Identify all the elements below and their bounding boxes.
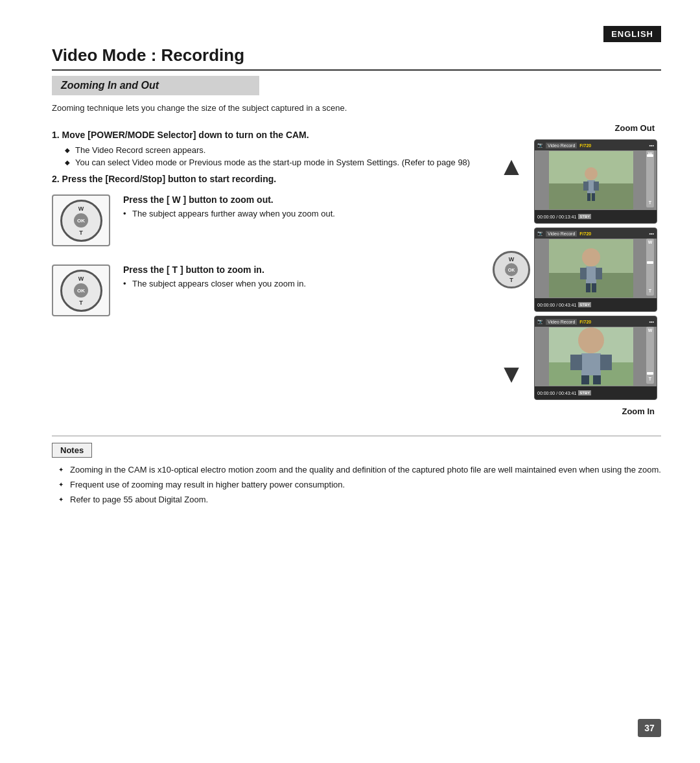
notes-label: Notes bbox=[52, 443, 92, 458]
arrow-up-icon: ▲ bbox=[498, 147, 524, 251]
zoom-out-text: Press the [ W ] button to zoom out. The … bbox=[123, 194, 480, 220]
cam-res-2: F/720 bbox=[579, 231, 591, 236]
zoom-out-button-icon: OK bbox=[52, 194, 110, 246]
cam-person-1 bbox=[535, 150, 648, 210]
svg-rect-15 bbox=[592, 283, 596, 292]
step1-bullets: The Video Record screen appears. You can… bbox=[65, 145, 480, 167]
cam-mode-3: Video Record bbox=[546, 319, 577, 325]
svg-rect-13 bbox=[596, 268, 602, 279]
cam-status-1: STBY bbox=[578, 214, 591, 219]
zoom-out-label: Zoom Out bbox=[534, 123, 655, 133]
step2-heading: 2. Press the [Record/Stop] button to sta… bbox=[52, 174, 480, 184]
svg-rect-5 bbox=[594, 182, 599, 191]
svg-rect-23 bbox=[593, 375, 601, 384]
language-badge: ENGLISH bbox=[603, 26, 661, 42]
svg-rect-21 bbox=[600, 355, 612, 370]
cam-status-2: STBY bbox=[578, 302, 591, 307]
cam-icon-3: 📷 bbox=[537, 319, 543, 324]
zoom-indicator-3 bbox=[647, 372, 653, 375]
camera-screen-3: 📷 Video Record F/720 ▪▪▪ bbox=[534, 316, 657, 400]
cam-icon-1: 📷 bbox=[537, 143, 543, 148]
cam-zoom-slider-1: W T bbox=[646, 150, 654, 207]
svg-rect-14 bbox=[586, 283, 590, 292]
intro-text: Zooming technique lets you change the si… bbox=[52, 103, 661, 113]
svg-point-2 bbox=[585, 167, 598, 180]
svg-rect-7 bbox=[592, 193, 595, 201]
cam-timecode-2: 00:00:00 / 00:43:41 bbox=[537, 303, 576, 307]
note-item-1: Zooming in the CAM is x10-optical electr… bbox=[58, 464, 661, 476]
middle-nav-circle: OK bbox=[493, 251, 530, 288]
page-number: 37 bbox=[638, 719, 661, 737]
cam-status-bar-3: 📷 Video Record F/720 ▪▪▪ bbox=[535, 316, 657, 327]
zoom-out-bullets: The subject appears further away when yo… bbox=[123, 209, 480, 218]
svg-rect-20 bbox=[570, 355, 582, 370]
cam-mode-1: Video Record bbox=[546, 143, 577, 148]
subject-svg-2 bbox=[549, 239, 633, 298]
nav-circle-zoom-in: OK bbox=[60, 270, 102, 312]
note-item-2: Frequent use of zooming may result in hi… bbox=[58, 479, 661, 491]
cam-zoom-slider-3: W T bbox=[646, 327, 654, 384]
camera-screen-1: 📷 Video Record F/720 ▪▪▪ bbox=[534, 139, 657, 224]
note-item-3: Refer to page 55 about Digital Zoom. bbox=[58, 494, 661, 506]
page-title: Video Mode : Recording bbox=[52, 45, 661, 71]
svg-rect-6 bbox=[587, 193, 590, 201]
zoom-in-title: Press the [ T ] button to zoom in. bbox=[123, 264, 480, 275]
zoom-indicator-1 bbox=[647, 154, 653, 157]
cam-bottom-bar-1: 00:00:00 / 00:13:41 STBY bbox=[535, 210, 657, 223]
notes-list: Zooming in the CAM is x10-optical electr… bbox=[58, 464, 661, 506]
cam-zoom-slider-2: W T bbox=[646, 239, 654, 296]
svg-rect-4 bbox=[583, 182, 589, 191]
cam-res-3: F/720 bbox=[579, 320, 591, 324]
zoom-out-title: Press the [ W ] button to zoom out. bbox=[123, 194, 480, 205]
camera-screens: Zoom Out 📷 Video Record F/720 ▪▪▪ bbox=[534, 123, 657, 416]
cam-mode-2: Video Record bbox=[546, 231, 577, 237]
cam-battery-3: ▪▪▪ bbox=[649, 320, 654, 324]
cam-person-2 bbox=[535, 239, 648, 298]
zoom-out-row: OK Press the [ W ] button to zoom out. T… bbox=[52, 194, 480, 246]
nav-circle-zoom-out: OK bbox=[60, 200, 102, 242]
zoom-arrows: ▲ OK ▼ bbox=[493, 147, 530, 393]
camera-screen-2: 📷 Video Record F/720 ▪▪▪ bbox=[534, 228, 657, 312]
cam-res-1: F/720 bbox=[579, 143, 591, 148]
zoom-in-row: OK Press the [ T ] button to zoom in. Th… bbox=[52, 264, 480, 316]
main-content: 1. Move [POWER/MODE Selector] down to tu… bbox=[52, 123, 661, 416]
cam-bottom-bar-3: 00:00:00 / 00:43:41 STBY bbox=[535, 386, 657, 399]
cam-status-bar-1: 📷 Video Record F/720 ▪▪▪ bbox=[535, 140, 657, 150]
zoom-out-bullet-1: The subject appears further away when yo… bbox=[123, 209, 480, 218]
subject-svg-3 bbox=[549, 327, 633, 386]
svg-rect-22 bbox=[581, 375, 589, 384]
cam-battery-1: ▪▪▪ bbox=[649, 143, 654, 148]
zoom-in-label: Zoom In bbox=[534, 406, 655, 416]
step1-bullet-2: You can select Video mode or Previous mo… bbox=[65, 158, 480, 167]
cam-person-3 bbox=[535, 327, 648, 386]
svg-rect-11 bbox=[586, 266, 596, 283]
cam-icon-2: 📷 bbox=[537, 231, 543, 236]
step1-heading: 1. Move [POWER/MODE Selector] down to tu… bbox=[52, 130, 480, 140]
svg-rect-19 bbox=[581, 353, 601, 375]
step1-bullet-1: The Video Record screen appears. bbox=[65, 145, 480, 155]
cam-status-3: STBY bbox=[578, 390, 591, 395]
zoom-in-text: Press the [ T ] button to zoom in. The s… bbox=[123, 264, 480, 290]
cam-status-bar-2: 📷 Video Record F/720 ▪▪▪ bbox=[535, 228, 657, 239]
cam-battery-2: ▪▪▪ bbox=[649, 231, 654, 236]
cam-timecode-3: 00:00:00 / 00:43:41 bbox=[537, 391, 576, 395]
svg-point-18 bbox=[578, 327, 604, 353]
zoom-in-bullet-1: The subject appears closer when you zoom… bbox=[123, 279, 480, 288]
section-heading: Zooming In and Out bbox=[52, 76, 259, 95]
right-content: ▲ OK ▼ Zoom Out 📷 Video Record bbox=[493, 123, 661, 416]
right-visual: ▲ OK ▼ Zoom Out 📷 Video Record bbox=[493, 123, 661, 416]
subject-svg-1 bbox=[549, 151, 633, 209]
cam-timecode-1: 00:00:00 / 00:13:41 bbox=[537, 215, 576, 219]
arrow-down-icon: ▼ bbox=[498, 288, 524, 393]
zoom-in-button-icon: OK bbox=[52, 264, 110, 316]
zoom-in-bullets: The subject appears closer when you zoom… bbox=[123, 279, 480, 288]
cam-bottom-bar-2: 00:00:00 / 00:43:41 STBY bbox=[535, 298, 657, 311]
svg-rect-12 bbox=[580, 268, 587, 279]
left-content: 1. Move [POWER/MODE Selector] down to tu… bbox=[52, 123, 480, 416]
zoom-indicator-2 bbox=[647, 261, 653, 264]
svg-point-10 bbox=[582, 248, 600, 266]
page-container: ENGLISH Video Mode : Recording Zooming I… bbox=[0, 0, 700, 763]
notes-section: Notes Zooming in the CAM is x10-optical … bbox=[52, 436, 661, 506]
